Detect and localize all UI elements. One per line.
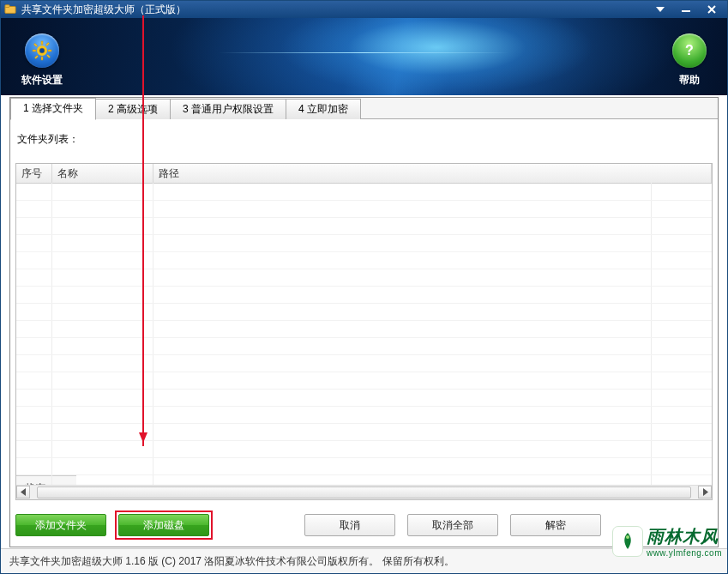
tab-label: 3 普通用户权限设置 xyxy=(183,103,274,115)
svg-rect-9 xyxy=(41,57,43,60)
scroll-left-button[interactable] xyxy=(16,486,30,498)
svg-rect-14 xyxy=(45,42,49,45)
add-folder-button[interactable]: 添加文件夹 xyxy=(15,514,106,536)
horizontal-scrollbar[interactable] xyxy=(16,485,712,499)
minimize-button[interactable] xyxy=(674,3,698,15)
svg-marker-17 xyxy=(21,488,26,496)
col-path[interactable]: 路径 xyxy=(153,164,712,183)
col-name[interactable]: 名称 xyxy=(52,164,153,183)
gear-icon xyxy=(25,33,59,68)
svg-rect-13 xyxy=(46,54,50,57)
col-seq[interactable]: 序号 xyxy=(16,164,52,183)
svg-marker-18 xyxy=(703,488,708,496)
tab-encrypt[interactable]: 4 立即加密 xyxy=(286,99,361,119)
banner: 软件设置 ? 帮助 xyxy=(1,18,727,95)
grid-body[interactable] xyxy=(16,183,712,486)
settings-label: 软件设置 xyxy=(21,73,63,88)
svg-marker-2 xyxy=(656,7,665,12)
tab-body: 文件夹列表： 序号 名称 路径 状态 xyxy=(10,118,718,547)
tab-select-folder[interactable]: 1 选择文件夹 xyxy=(10,98,96,120)
tab-permissions[interactable]: 3 普通用户权限设置 xyxy=(170,99,286,119)
tab-advanced[interactable]: 2 高级选项 xyxy=(95,99,171,119)
app-window: 共享文件夹加密超级大师（正式版） xyxy=(0,0,728,574)
scroll-track[interactable] xyxy=(30,486,698,499)
triangle-left-icon xyxy=(21,488,27,496)
chevron-down-icon xyxy=(656,6,665,13)
highlight-box: 添加磁盘 xyxy=(115,511,213,540)
svg-text:?: ? xyxy=(685,43,694,57)
tab-label: 2 高级选项 xyxy=(108,103,158,115)
content-panel: 1 选择文件夹 2 高级选项 3 普通用户权限设置 4 立即加密 文件夹列表： … xyxy=(9,97,719,547)
help-label: 帮助 xyxy=(672,73,707,88)
cancel-all-button[interactable]: 取消全部 xyxy=(407,514,498,536)
svg-point-7 xyxy=(39,48,45,53)
svg-rect-15 xyxy=(34,55,38,58)
close-icon xyxy=(707,5,716,14)
status-bar: 共享文件夹加密超级大师 1.16 版 (C) 2017 洛阳夏冰软件技术有限公司… xyxy=(1,548,727,573)
svg-rect-3 xyxy=(682,10,690,12)
settings-button[interactable]: 软件设置 xyxy=(21,33,63,88)
folder-list-label: 文件夹列表： xyxy=(17,132,711,147)
tab-label: 1 选择文件夹 xyxy=(23,102,83,114)
svg-rect-11 xyxy=(48,50,51,51)
scroll-thumb[interactable] xyxy=(37,486,691,498)
button-row: 添加文件夹 添加磁盘 取消 取消全部 解密 xyxy=(15,512,713,538)
folder-grid: 序号 名称 路径 状态 xyxy=(15,163,713,500)
add-disk-button[interactable]: 添加磁盘 xyxy=(118,514,209,536)
svg-rect-1 xyxy=(5,5,9,8)
app-icon xyxy=(4,3,16,15)
minimize-icon xyxy=(681,5,691,14)
help-icon: ? xyxy=(672,33,707,68)
tab-label: 4 立即加密 xyxy=(298,103,348,115)
triangle-right-icon xyxy=(702,488,708,496)
close-button[interactable] xyxy=(700,3,724,15)
help-button[interactable]: ? 帮助 xyxy=(672,33,707,88)
scroll-right-button[interactable] xyxy=(698,486,712,498)
titlebar: 共享文件夹加密超级大师（正式版） xyxy=(1,1,727,18)
svg-rect-8 xyxy=(41,41,43,45)
dropdown-button[interactable] xyxy=(648,3,672,15)
grid-header: 序号 名称 路径 状态 xyxy=(16,164,712,184)
tab-strip: 1 选择文件夹 2 高级选项 3 普通用户权限设置 4 立即加密 xyxy=(10,98,718,119)
decrypt-button[interactable]: 解密 xyxy=(510,514,601,536)
window-title: 共享文件夹加密超级大师（正式版） xyxy=(21,3,186,17)
cancel-button[interactable]: 取消 xyxy=(304,514,395,536)
svg-rect-10 xyxy=(33,50,36,51)
svg-rect-12 xyxy=(33,43,37,46)
